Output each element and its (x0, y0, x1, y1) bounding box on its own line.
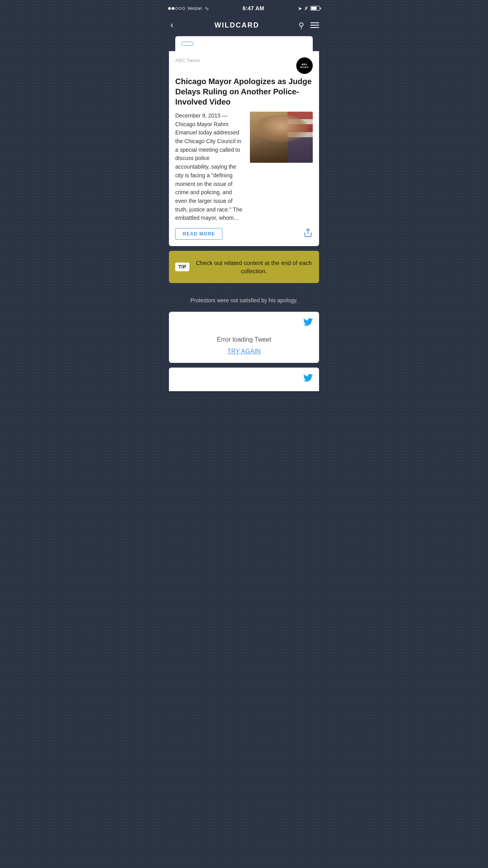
hamburger-line-3 (310, 27, 319, 28)
read-more-button[interactable]: READ MORE (175, 228, 222, 240)
top-bar-button[interactable] (182, 42, 193, 46)
battery-indicator (310, 6, 320, 11)
back-button[interactable]: ‹ (169, 18, 175, 32)
search-icon[interactable]: ⚲ (299, 21, 304, 30)
nav-icons: ⚲ (299, 21, 319, 30)
carrier-label: Verizon (187, 6, 202, 11)
signal-dot-5 (182, 7, 185, 10)
hamburger-line-1 (310, 22, 319, 23)
signal-dot-2 (172, 7, 174, 10)
news-body-content: Chicago Mayor Rahm Emanuel today address… (175, 121, 242, 221)
news-date: December 9, 2015 — (175, 112, 227, 119)
tweet-header-partial (175, 374, 313, 384)
hamburger-line-2 (310, 25, 319, 26)
location-icon: ➤ (298, 6, 302, 11)
flag-decoration (288, 112, 313, 163)
top-partial-card (175, 36, 313, 51)
tweet-card: Error loading Tweet TRY AGAIN (169, 312, 319, 363)
page-title: WILDCARD (215, 21, 259, 29)
protest-text: Protestors were not satisfied by his apo… (169, 289, 319, 312)
menu-button[interactable] (310, 22, 319, 28)
news-card: ABC News abc NEWS Chicago Mayor Apologiz… (169, 51, 319, 246)
news-image (250, 112, 313, 163)
status-time: 6:47 AM (242, 5, 264, 11)
share-icon[interactable] (303, 228, 313, 239)
signal-strength (168, 7, 185, 10)
twitter-icon-2 (303, 374, 313, 384)
wifi-icon: ∿ (205, 6, 209, 11)
status-right: ➤ ✗ (298, 6, 320, 11)
bluetooth-icon: ✗ (304, 6, 308, 11)
tweet-error-text: Error loading Tweet (175, 336, 313, 343)
twitter-icon (303, 318, 313, 328)
news-footer: READ MORE (175, 228, 313, 240)
tweet-header (175, 318, 313, 328)
news-source-label: ABC News (175, 57, 200, 63)
mayor-photo (250, 112, 313, 163)
tweet-card-partial (169, 368, 319, 391)
news-body: December 9, 2015 — Chicago Mayor Rahm Em… (175, 112, 313, 223)
status-left: Verizon ∿ (168, 6, 209, 11)
signal-dot-4 (179, 7, 182, 10)
tip-text: Check out related content at the end of … (195, 259, 313, 275)
try-again-button[interactable]: TRY AGAIN (175, 346, 313, 357)
nav-bar: ‹ WILDCARD ⚲ (163, 16, 325, 36)
abc-news-logo: abc NEWS (296, 57, 313, 74)
news-body-text: December 9, 2015 — Chicago Mayor Rahm Em… (175, 112, 245, 223)
news-headline: Chicago Mayor Apologizes as Judge Delays… (175, 76, 313, 107)
news-source-row: ABC News abc NEWS (175, 57, 313, 74)
signal-dot-3 (175, 7, 178, 10)
battery-fill (311, 7, 317, 10)
tip-banner: TIP Check out related content at the end… (169, 251, 319, 283)
signal-dot-1 (168, 7, 171, 10)
tip-badge: TIP (175, 263, 189, 271)
abc-logo-text: abc (301, 63, 307, 66)
abc-logo-news: NEWS (300, 66, 309, 68)
status-bar: Verizon ∿ 6:47 AM ➤ ✗ (163, 0, 325, 16)
